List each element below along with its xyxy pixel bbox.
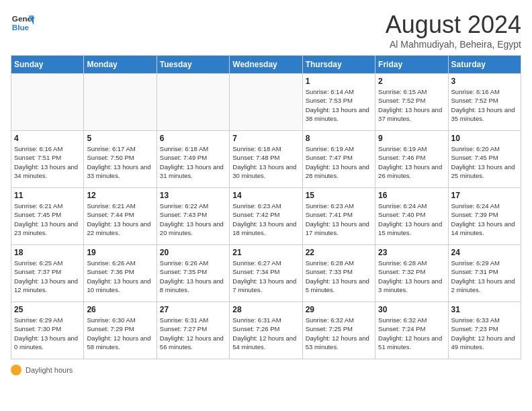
calendar-week-row: 1Sunrise: 6:14 AMSunset: 7:53 PMDaylight… xyxy=(11,74,521,131)
daylight-label: Daylight hours xyxy=(26,366,73,374)
day-number: 28 xyxy=(232,305,299,314)
day-number: 14 xyxy=(232,191,299,200)
calendar-cell xyxy=(157,74,229,131)
calendar-cell: 30Sunrise: 6:32 AMSunset: 7:24 PMDayligh… xyxy=(375,302,448,359)
day-info: Sunrise: 6:14 AMSunset: 7:53 PMDaylight:… xyxy=(306,87,372,123)
day-info: Sunrise: 6:22 AMSunset: 7:43 PMDaylight:… xyxy=(160,201,226,237)
day-info: Sunrise: 6:33 AMSunset: 7:23 PMDaylight:… xyxy=(451,316,518,351)
month-title: August 2024 xyxy=(386,11,521,39)
day-number: 15 xyxy=(306,191,372,200)
day-number: 13 xyxy=(160,191,226,200)
calendar-cell: 5Sunrise: 6:17 AMSunset: 7:50 PMDaylight… xyxy=(84,131,157,188)
day-number: 11 xyxy=(14,191,81,200)
day-info: Sunrise: 6:31 AMSunset: 7:27 PMDaylight:… xyxy=(160,316,226,351)
calendar-cell: 15Sunrise: 6:23 AMSunset: 7:41 PMDayligh… xyxy=(302,188,375,245)
day-info: Sunrise: 6:16 AMSunset: 7:51 PMDaylight:… xyxy=(14,144,81,180)
day-number: 9 xyxy=(378,134,445,143)
day-number: 21 xyxy=(232,248,299,257)
calendar-cell: 8Sunrise: 6:19 AMSunset: 7:47 PMDaylight… xyxy=(302,131,375,188)
calendar-cell: 25Sunrise: 6:29 AMSunset: 7:30 PMDayligh… xyxy=(11,302,84,359)
day-number: 4 xyxy=(14,134,81,143)
day-info: Sunrise: 6:19 AMSunset: 7:47 PMDaylight:… xyxy=(306,144,372,180)
day-number: 27 xyxy=(160,305,226,314)
day-info: Sunrise: 6:31 AMSunset: 7:26 PMDaylight:… xyxy=(232,316,299,351)
day-number: 5 xyxy=(87,134,153,143)
day-number: 26 xyxy=(87,305,153,314)
day-number: 30 xyxy=(378,305,445,314)
calendar-cell xyxy=(84,74,157,131)
calendar-cell: 21Sunrise: 6:27 AMSunset: 7:34 PMDayligh… xyxy=(230,245,302,302)
day-number: 19 xyxy=(87,248,153,257)
title-area: August 2024 Al Mahmudiyah, Beheira, Egyp… xyxy=(386,11,521,50)
day-info: Sunrise: 6:30 AMSunset: 7:29 PMDaylight:… xyxy=(87,316,153,351)
day-info: Sunrise: 6:32 AMSunset: 7:25 PMDaylight:… xyxy=(306,316,372,351)
day-info: Sunrise: 6:25 AMSunset: 7:37 PMDaylight:… xyxy=(14,259,81,294)
calendar-cell: 10Sunrise: 6:20 AMSunset: 7:45 PMDayligh… xyxy=(448,131,521,188)
day-info: Sunrise: 6:27 AMSunset: 7:34 PMDaylight:… xyxy=(232,259,299,294)
calendar-cell: 27Sunrise: 6:31 AMSunset: 7:27 PMDayligh… xyxy=(157,302,229,359)
calendar-cell: 17Sunrise: 6:24 AMSunset: 7:39 PMDayligh… xyxy=(448,188,521,245)
day-number: 17 xyxy=(451,191,518,200)
calendar-cell: 18Sunrise: 6:25 AMSunset: 7:37 PMDayligh… xyxy=(11,245,84,302)
calendar-cell: 31Sunrise: 6:33 AMSunset: 7:23 PMDayligh… xyxy=(448,302,521,359)
day-number: 1 xyxy=(306,77,372,86)
calendar-week-row: 4Sunrise: 6:16 AMSunset: 7:51 PMDaylight… xyxy=(11,131,521,188)
day-info: Sunrise: 6:20 AMSunset: 7:45 PMDaylight:… xyxy=(451,144,518,180)
calendar-cell: 11Sunrise: 6:21 AMSunset: 7:45 PMDayligh… xyxy=(11,188,84,245)
logo-icon: General Blue xyxy=(11,11,35,35)
calendar-table: SundayMondayTuesdayWednesdayThursdayFrid… xyxy=(11,55,521,359)
day-number: 23 xyxy=(378,248,445,257)
calendar-cell xyxy=(230,74,302,131)
day-number: 18 xyxy=(14,248,81,257)
calendar-header-wednesday: Wednesday xyxy=(230,56,302,74)
day-info: Sunrise: 6:24 AMSunset: 7:39 PMDaylight:… xyxy=(451,201,518,237)
calendar-header-tuesday: Tuesday xyxy=(157,56,229,74)
day-number: 10 xyxy=(451,134,518,143)
day-info: Sunrise: 6:19 AMSunset: 7:46 PMDaylight:… xyxy=(378,144,445,180)
calendar-header-thursday: Thursday xyxy=(302,56,375,74)
logo: General Blue xyxy=(11,11,35,35)
day-info: Sunrise: 6:18 AMSunset: 7:49 PMDaylight:… xyxy=(160,144,226,180)
calendar-cell: 19Sunrise: 6:26 AMSunset: 7:36 PMDayligh… xyxy=(84,245,157,302)
day-number: 3 xyxy=(451,77,518,86)
calendar-week-row: 25Sunrise: 6:29 AMSunset: 7:30 PMDayligh… xyxy=(11,302,521,359)
day-number: 25 xyxy=(14,305,81,314)
calendar-header-monday: Monday xyxy=(84,56,157,74)
sun-icon xyxy=(11,365,21,375)
day-info: Sunrise: 6:23 AMSunset: 7:42 PMDaylight:… xyxy=(232,201,299,237)
day-info: Sunrise: 6:29 AMSunset: 7:30 PMDaylight:… xyxy=(14,316,81,351)
calendar-cell: 2Sunrise: 6:15 AMSunset: 7:52 PMDaylight… xyxy=(375,74,448,131)
calendar-cell: 29Sunrise: 6:32 AMSunset: 7:25 PMDayligh… xyxy=(302,302,375,359)
location-title: Al Mahmudiyah, Beheira, Egypt xyxy=(386,39,521,50)
day-info: Sunrise: 6:28 AMSunset: 7:33 PMDaylight:… xyxy=(306,259,372,294)
calendar-cell: 23Sunrise: 6:28 AMSunset: 7:32 PMDayligh… xyxy=(375,245,448,302)
day-number: 20 xyxy=(160,248,226,257)
calendar-cell xyxy=(11,74,84,131)
day-info: Sunrise: 6:21 AMSunset: 7:44 PMDaylight:… xyxy=(87,201,153,237)
calendar-week-row: 18Sunrise: 6:25 AMSunset: 7:37 PMDayligh… xyxy=(11,245,521,302)
day-number: 22 xyxy=(306,248,372,257)
calendar-cell: 13Sunrise: 6:22 AMSunset: 7:43 PMDayligh… xyxy=(157,188,229,245)
calendar-cell: 12Sunrise: 6:21 AMSunset: 7:44 PMDayligh… xyxy=(84,188,157,245)
calendar-cell: 3Sunrise: 6:16 AMSunset: 7:52 PMDaylight… xyxy=(448,74,521,131)
day-info: Sunrise: 6:24 AMSunset: 7:40 PMDaylight:… xyxy=(378,201,445,237)
calendar-cell: 6Sunrise: 6:18 AMSunset: 7:49 PMDaylight… xyxy=(157,131,229,188)
calendar-cell: 16Sunrise: 6:24 AMSunset: 7:40 PMDayligh… xyxy=(375,188,448,245)
calendar-cell: 20Sunrise: 6:26 AMSunset: 7:35 PMDayligh… xyxy=(157,245,229,302)
calendar-cell: 24Sunrise: 6:29 AMSunset: 7:31 PMDayligh… xyxy=(448,245,521,302)
day-info: Sunrise: 6:15 AMSunset: 7:52 PMDaylight:… xyxy=(378,87,445,123)
day-info: Sunrise: 6:28 AMSunset: 7:32 PMDaylight:… xyxy=(378,259,445,294)
day-info: Sunrise: 6:29 AMSunset: 7:31 PMDaylight:… xyxy=(451,259,518,294)
calendar-cell: 14Sunrise: 6:23 AMSunset: 7:42 PMDayligh… xyxy=(230,188,302,245)
day-number: 8 xyxy=(306,134,372,143)
day-number: 16 xyxy=(378,191,445,200)
footer-note: Daylight hours xyxy=(11,365,521,375)
calendar-header-friday: Friday xyxy=(375,56,448,74)
day-info: Sunrise: 6:17 AMSunset: 7:50 PMDaylight:… xyxy=(87,144,153,180)
svg-text:Blue: Blue xyxy=(12,23,30,32)
day-number: 2 xyxy=(378,77,445,86)
calendar-header-saturday: Saturday xyxy=(448,56,521,74)
calendar-cell: 9Sunrise: 6:19 AMSunset: 7:46 PMDaylight… xyxy=(375,131,448,188)
calendar-cell: 28Sunrise: 6:31 AMSunset: 7:26 PMDayligh… xyxy=(230,302,302,359)
day-number: 31 xyxy=(451,305,518,314)
